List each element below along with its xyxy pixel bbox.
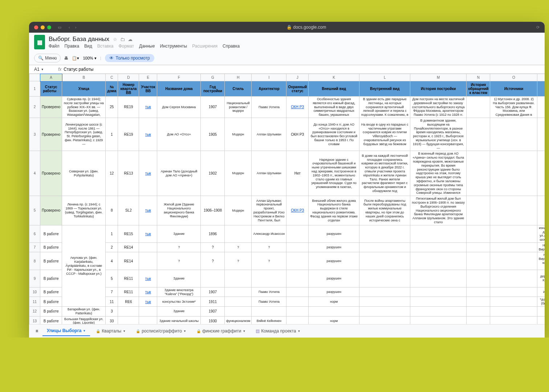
status-cell: В работе	[40, 225, 62, 242]
name-box[interactable]: A1 ▼	[34, 67, 56, 72]
row-header-7[interactable]: 7	[29, 242, 40, 252]
row-header-1[interactable]: 1	[29, 81, 40, 97]
cell-M: В доминантном здании, выходящем на Пунай…	[410, 118, 467, 151]
cell-M	[410, 316, 467, 324]
row-header-11[interactable]: 11	[29, 297, 40, 307]
menu-Справка[interactable]: Справка	[223, 44, 240, 49]
sheet-tab[interactable]: Улицы Выборга ▼	[42, 326, 90, 336]
sheet-tab[interactable]: 🔒 росписи/сграффито ▼	[131, 326, 191, 336]
cell-G: 1906–1908	[201, 196, 225, 225]
back-icon[interactable]: ‹	[69, 25, 70, 29]
status-cell: Проверено	[40, 151, 62, 196]
sheet-tab[interactable]: 🔒 Кварталы ▼	[92, 326, 130, 336]
menu-Данные[interactable]: Данные	[139, 44, 155, 49]
sheet-tab[interactable]: 🔒 финские граффити ▼	[192, 326, 250, 336]
col-header-C[interactable]: C	[106, 74, 118, 81]
menu-button[interactable]: 🔍 Меню	[34, 54, 61, 62]
move-icon[interactable]: 🗀	[120, 37, 125, 42]
cell-F: Здание	[157, 307, 201, 317]
col-header-P[interactable]: P	[537, 74, 545, 81]
col-header-B[interactable]: B	[62, 74, 106, 81]
col-header-J[interactable]: J	[286, 74, 309, 81]
cell-O	[490, 118, 537, 151]
sidebar-icon[interactable]: ▭	[58, 25, 61, 30]
cell-D: SL2	[118, 196, 139, 225]
cell-H: функционализм	[225, 316, 252, 324]
row-header-4[interactable]: 4	[29, 151, 40, 196]
cell-O: 1) Мустонен и др. 2008. 2) На выборгских…	[490, 97, 537, 118]
col-header-N[interactable]: N	[467, 74, 490, 81]
menu-Вставка[interactable]: Вставка	[97, 44, 114, 49]
paste-icon[interactable]: 📋▾	[72, 56, 79, 61]
cell-J: ОКН РЗ	[286, 196, 309, 225]
spreadsheet-grid[interactable]: ABCDEFGHIJKLMNOP1Статус работы ≡Улица№ д…	[29, 74, 545, 324]
cloud-icon: ☁	[128, 37, 133, 42]
row-header-13[interactable]: 13	[29, 316, 40, 324]
col-header-F[interactable]: F	[157, 74, 201, 81]
cell-F: ?	[157, 252, 201, 270]
status-cell: В работе	[40, 316, 62, 324]
row-header-10[interactable]: 10	[29, 287, 40, 297]
zoom-select[interactable]: 100% ▾	[83, 56, 96, 61]
cell-L	[359, 225, 410, 242]
cell-C: 5	[106, 270, 118, 287]
refresh-icon[interactable]: ⟳	[536, 25, 540, 30]
fx-icon: fx	[58, 67, 61, 72]
cell-G	[201, 270, 225, 287]
print-icon[interactable]: 🖶	[64, 56, 68, 60]
cell-J	[286, 225, 309, 242]
cell-N	[467, 307, 490, 317]
col-header-G[interactable]: G	[201, 74, 225, 81]
cell-I	[252, 307, 286, 317]
cell-N	[467, 118, 490, 151]
menu-Правка[interactable]: Правка	[65, 44, 80, 49]
cell-P: *до 1939 -- конс (было ли изна	[537, 297, 545, 307]
menu-bar[interactable]: ФайлПравкаВидВставкаФорматДанныеИнструме…	[49, 44, 240, 49]
row-header-5[interactable]: 5	[29, 196, 40, 225]
cell-O	[490, 297, 537, 307]
cell-K: Внешний облик жилого дома Национального …	[309, 196, 359, 225]
cell-F: Здание	[157, 270, 201, 287]
row-header-9[interactable]: 9	[29, 270, 40, 287]
cell-P	[537, 97, 545, 118]
col-header-L[interactable]: L	[359, 74, 410, 81]
menu-Формат[interactable]: Формат	[118, 44, 134, 49]
cell-K: разрушен	[309, 225, 359, 242]
col-header-O[interactable]: O	[490, 74, 537, 81]
menu-Инструменты[interactable]: Инструменты	[160, 44, 187, 49]
document-title[interactable]: Выборг. База данных ☆ 🗀 ☁	[49, 36, 240, 43]
formula-input[interactable]: Статус работы	[64, 67, 93, 72]
view-only-badge[interactable]: 👁 Только просмотр	[105, 54, 154, 62]
row-header-3[interactable]: 3	[29, 118, 40, 151]
row-header-2[interactable]: 2	[29, 97, 40, 118]
row-header-6[interactable]: 6	[29, 225, 40, 242]
cell-D: RE6	[118, 297, 139, 307]
cell-N	[467, 97, 490, 118]
menu-Расширения[interactable]: Расширения	[192, 44, 217, 49]
tabs-menu-icon[interactable]: ≡	[33, 328, 41, 334]
row-header-12[interactable]: 12	[29, 307, 40, 317]
cell-D	[118, 307, 139, 317]
forward-icon[interactable]: ›	[75, 25, 77, 29]
star-icon[interactable]: ☆	[113, 37, 117, 42]
col-header-D[interactable]: D	[118, 74, 139, 81]
col-header-A[interactable]: A	[40, 74, 62, 81]
col-header-H[interactable]: H	[225, 74, 252, 81]
status-cell: Проверено	[40, 196, 62, 225]
menu-Вид[interactable]: Вид	[84, 44, 92, 49]
col-header-K[interactable]: K	[309, 74, 359, 81]
window-controls[interactable]	[34, 25, 51, 29]
col-header-I[interactable]: I	[252, 74, 286, 81]
cell-E: тык	[139, 97, 157, 118]
menu-Файл[interactable]: Файл	[49, 44, 60, 49]
cell-P: Номер дома Виртуального Вы	[537, 242, 545, 252]
cell-D: RE11	[118, 270, 139, 287]
row-header-8[interactable]: 8	[29, 252, 40, 270]
sheet-tab[interactable]: ▤ Команда проекта ▼	[251, 326, 305, 336]
browser-chrome: ▭ ‹ › 🔒 docs.google.com ⟳	[29, 22, 545, 33]
col-header-E[interactable]: E	[139, 74, 157, 81]
cell-L	[359, 270, 410, 287]
address-bar[interactable]: 🔒 docs.google.com	[80, 25, 533, 30]
col-header-M[interactable]: M	[410, 74, 467, 81]
cell-D: RE19	[118, 118, 139, 151]
